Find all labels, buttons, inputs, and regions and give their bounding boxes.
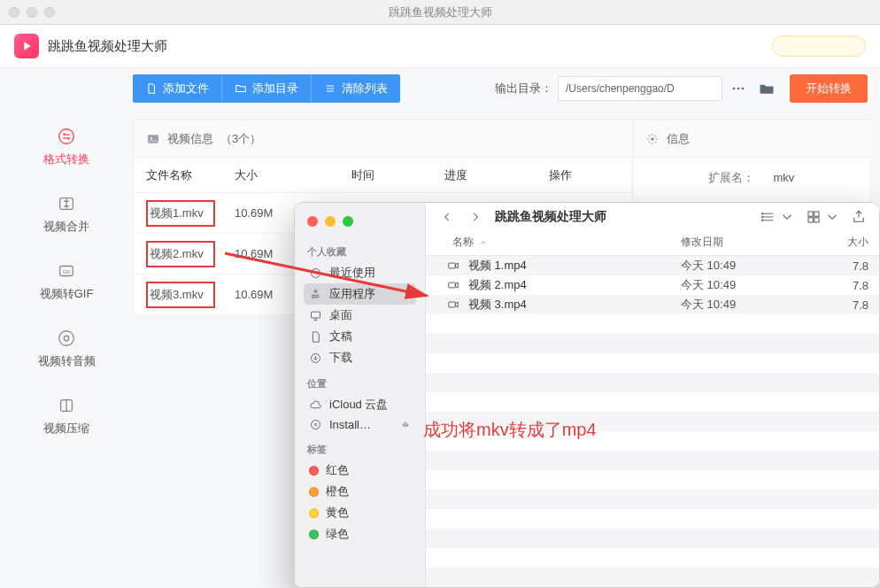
svg-point-5 <box>64 336 69 341</box>
document-icon <box>309 330 322 344</box>
browse-folder-button[interactable] <box>754 76 779 101</box>
finder-row[interactable]: 视频 1.mp4今天 10:497.8 <box>426 256 879 275</box>
zoom-window-icon[interactable] <box>343 216 353 227</box>
finder-loc-install[interactable]: Install… <box>304 415 416 434</box>
minimize-window-icon[interactable] <box>325 216 336 227</box>
video-info-header: 视频信息 （3个） <box>134 120 632 158</box>
sidebar-item-video-compress[interactable]: 视频压缩 <box>0 382 133 449</box>
finder-group-button[interactable] <box>806 209 840 225</box>
eject-icon[interactable] <box>400 420 411 430</box>
folder-icon <box>235 82 247 95</box>
finder-tag-label: 红色 <box>326 462 349 478</box>
clear-list-button[interactable]: 清除列表 <box>312 74 400 103</box>
finder-col-date[interactable]: 修改日期 <box>681 235 815 250</box>
col-op: 操作 <box>500 167 620 183</box>
apps-icon <box>309 288 322 301</box>
file-video-icon <box>445 259 461 272</box>
finder-row-empty <box>426 451 879 470</box>
col-time: 时间 <box>314 167 412 183</box>
finder-item-label: 应用程序 <box>329 286 375 302</box>
finder-row[interactable]: 视频 2.mp4今天 10:497.8 <box>426 275 879 295</box>
output-dir-input[interactable] <box>558 76 722 101</box>
file-name: 视频2.mkv <box>146 241 215 267</box>
folder-solid-icon <box>758 80 776 97</box>
finder-file-name: 视频 3.mp4 <box>468 297 681 313</box>
finder-fav-desktop[interactable]: 桌面 <box>304 305 416 326</box>
info-ext-label: 扩展名： <box>708 170 770 186</box>
sidebar-item-video-audio[interactable]: 视频转音频 <box>0 314 133 382</box>
add-dir-button[interactable]: 添加目录 <box>222 74 312 103</box>
desktop-icon <box>309 309 322 322</box>
svg-rect-15 <box>312 312 320 318</box>
sidebar-item-label: 视频转音频 <box>38 354 96 368</box>
app-header: 跳跳鱼视频处理大师 <box>0 25 880 67</box>
finder-row[interactable]: 视频 3.mp4今天 10:497.8 <box>426 295 879 314</box>
finder-tag-item[interactable]: 橙色 <box>304 481 416 502</box>
finder-view-list-button[interactable] <box>760 209 795 225</box>
finder-file-size: 7.8 <box>815 259 868 273</box>
svg-point-7 <box>733 88 736 90</box>
tag-color-icon <box>309 487 319 497</box>
tag-color-icon <box>309 530 319 539</box>
finder-file-date: 今天 10:49 <box>681 277 815 293</box>
file-video-icon <box>445 279 461 291</box>
finder-sidebar: 个人收藏 最近使用 应用程序 桌面 文稿 下载 位置 iCloud 云盘 In <box>295 203 426 587</box>
sidebar-item-video-gif[interactable]: GIF 视频转GIF <box>0 247 133 314</box>
finder-fav-applications[interactable]: 应用程序 <box>304 283 416 305</box>
sidebar-item-label: 视频压缩 <box>43 422 89 435</box>
finder-loc-icloud[interactable]: iCloud 云盘 <box>304 394 416 415</box>
svg-point-18 <box>314 423 317 426</box>
svg-point-0 <box>59 129 74 144</box>
finder-tag-item[interactable]: 红色 <box>304 460 416 481</box>
minimize-window-icon[interactable] <box>27 7 37 18</box>
finder-window: 个人收藏 最近使用 应用程序 桌面 文稿 下载 位置 iCloud 云盘 In <box>294 202 880 588</box>
finder-fav-documents[interactable]: 文稿 <box>304 326 416 347</box>
svg-point-20 <box>762 216 764 218</box>
finder-row-empty <box>426 548 879 568</box>
close-window-icon[interactable] <box>307 216 318 227</box>
finder-tag-label: 黄色 <box>326 505 349 521</box>
svg-point-17 <box>312 421 320 429</box>
finder-back-button[interactable] <box>438 208 456 226</box>
window-title: 跳跳鱼视频处理大师 <box>0 4 880 20</box>
list-icon <box>324 82 336 95</box>
toolbar-button-group: 添加文件 添加目录 清除列表 <box>133 74 400 103</box>
svg-rect-24 <box>808 218 813 222</box>
start-convert-label: 开始转换 <box>806 81 852 97</box>
finder-share-button[interactable] <box>851 209 867 225</box>
chevron-left-icon <box>441 211 453 223</box>
info-ext-value: mkv <box>773 171 794 184</box>
finder-fav-downloads[interactable]: 下载 <box>304 347 416 368</box>
svg-point-4 <box>59 331 74 346</box>
finder-tag-item[interactable]: 绿色 <box>304 523 416 545</box>
finder-tag-item[interactable]: 黄色 <box>304 502 416 523</box>
col-size: 大小 <box>235 167 314 183</box>
cloud-icon <box>309 398 322 412</box>
finder-traffic-lights <box>307 216 353 227</box>
start-convert-button[interactable]: 开始转换 <box>790 74 868 103</box>
finder-row-empty <box>426 412 879 431</box>
vip-pill[interactable] <box>772 35 866 57</box>
open-menu-button[interactable] <box>726 76 751 101</box>
finder-item-label: Install… <box>329 418 371 431</box>
sidebar-item-video-merge[interactable]: 视频合并 <box>0 180 133 247</box>
finder-col-name[interactable]: 名称 <box>452 235 474 250</box>
add-dir-label: 添加目录 <box>252 81 298 97</box>
finder-file-name: 视频 1.mp4 <box>468 258 681 274</box>
zoom-window-icon[interactable] <box>44 7 55 18</box>
finder-item-label: 最近使用 <box>329 265 375 281</box>
finder-fav-recent[interactable]: 最近使用 <box>304 262 416 283</box>
svg-rect-25 <box>814 218 819 222</box>
sidebar-item-format-convert[interactable]: 格式转换 <box>0 112 133 180</box>
svg-rect-26 <box>449 263 456 268</box>
finder-tag-label: 橙色 <box>326 484 349 499</box>
disk-icon <box>309 418 322 431</box>
close-window-icon[interactable] <box>9 7 19 18</box>
info-panel-header: 信息 <box>633 120 869 158</box>
video-info-title: 视频信息 <box>167 131 213 147</box>
add-file-button[interactable]: 添加文件 <box>133 74 222 103</box>
finder-col-size[interactable]: 大小 <box>815 235 868 250</box>
finder-row-empty <box>426 529 879 548</box>
sidebar-item-label: 视频合并 <box>43 220 89 233</box>
finder-forward-button[interactable] <box>467 208 484 226</box>
